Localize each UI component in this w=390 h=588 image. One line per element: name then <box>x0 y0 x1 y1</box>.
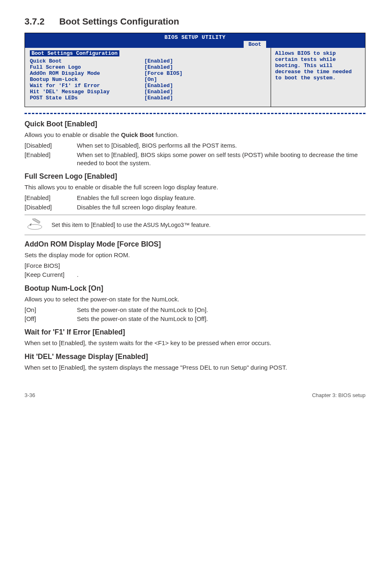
bios-label: POST State LEDs <box>30 95 144 101</box>
options-bootup-numlock: [On]Sets the power-on state of the NumLo… <box>25 306 365 323</box>
subheading-quick-boot: Quick Boot [Enabled] <box>25 120 365 128</box>
bios-settings-list: Boot Settings Configuration Quick Boot[E… <box>25 48 271 107</box>
bios-value: [Enabled] <box>144 64 173 70</box>
subheading-bootup-numlock: Bootup Num-Lock [On] <box>25 284 365 293</box>
bios-header: BIOS SETUP UTILITY Boot <box>25 33 365 48</box>
bios-help-text: Allows BIOS to skip certain tests while … <box>271 48 365 107</box>
svg-marker-2 <box>29 223 31 226</box>
option-key: [Disabled] <box>25 141 77 150</box>
options-full-screen-logo: [Enabled]Enables the full screen logo di… <box>25 194 365 211</box>
note-text: Set this item to [Enabled] to use the AS… <box>52 222 211 228</box>
page-number: 3-36 <box>25 392 35 398</box>
section-number: 3.7.2 <box>25 16 45 27</box>
bios-label: Bootup Num-Lock <box>30 76 144 83</box>
options-addon-rom: [Force BIOS] [Keep Current]. <box>25 262 365 279</box>
bios-row: Wait for 'F1' if Error[Enabled] <box>30 83 266 89</box>
bios-row: Quick Boot[Enabled] <box>30 58 266 64</box>
bios-row: POST State LEDs[Enabled] <box>30 95 266 101</box>
bios-tab-boot: Boot <box>244 41 266 48</box>
option-value: When set to [Enabled], BIOS skips some p… <box>77 151 365 168</box>
bios-value: [Enabled] <box>144 95 173 101</box>
page-footer: 3-36 Chapter 3: BIOS setup <box>25 392 365 398</box>
option-value: . <box>77 271 365 279</box>
options-quick-boot: [Disabled]When set to [Disabled], BIOS p… <box>25 141 365 167</box>
bios-row: Full Screen Logo[Enabled] <box>30 64 266 70</box>
bios-label: Hit 'DEL' Message Display <box>30 89 144 95</box>
option-value: Sets the power-on state of the NumLock t… <box>77 306 365 314</box>
option-key: [Off] <box>25 315 77 323</box>
option-value: Enables the full screen logo display fea… <box>77 194 365 202</box>
subheading-hit-del: Hit 'DEL' Message Display [Enabled] <box>25 352 365 361</box>
option-value <box>77 262 365 270</box>
bios-label: AddOn ROM Display Mode <box>30 70 144 76</box>
bios-row: AddOn ROM Display Mode[Force BIOS] <box>30 70 266 76</box>
desc-hit-del: When set to [Enabled], the system displa… <box>25 364 365 372</box>
bios-value: [Enabled] <box>144 58 173 64</box>
option-key: [On] <box>25 306 77 314</box>
pencil-icon <box>26 218 43 231</box>
option-value: When set to [Disabled], BIOS performs al… <box>77 141 365 150</box>
desc-wait-f1: When set to [Enabled], the system waits … <box>25 339 365 347</box>
subheading-full-screen-logo: Full Screen Logo [Enabled] <box>25 172 365 181</box>
svg-point-0 <box>28 224 42 229</box>
bios-panel-title: Boot Settings Configuration <box>30 50 119 56</box>
subheading-wait-f1: Wait for 'F1' If Error [Enabled] <box>25 328 365 337</box>
option-key: [Disabled] <box>25 203 77 211</box>
bios-header-title: BIOS SETUP UTILITY <box>25 34 365 40</box>
section-heading: 3.7.2Boot Settings Configuration <box>25 16 365 27</box>
bios-value: [Enabled] <box>144 89 173 95</box>
bios-label: Quick Boot <box>30 58 144 64</box>
bios-row: Bootup Num-Lock[On] <box>30 76 266 83</box>
bios-label: Full Screen Logo <box>30 64 144 70</box>
bios-value: [Force BIOS] <box>144 70 183 76</box>
bios-value: [On] <box>144 76 157 83</box>
divider <box>25 113 365 114</box>
option-key: [Keep Current] <box>25 271 77 279</box>
subheading-addon-rom: AddOn ROM Display Mode [Force BIOS] <box>25 240 365 249</box>
bios-label: Wait for 'F1' if Error <box>30 83 144 89</box>
option-key: [Force BIOS] <box>25 262 77 270</box>
bios-value: [Enabled] <box>144 83 173 89</box>
desc-full-screen-logo: This allows you to enable or disable the… <box>25 183 365 191</box>
desc-quick-boot: Allows you to enable or disable the Quic… <box>25 131 365 139</box>
chapter-label: Chapter 3: BIOS setup <box>312 392 365 398</box>
option-key: [Enabled] <box>25 194 77 202</box>
svg-rect-1 <box>32 218 40 224</box>
section-title-text: Boot Settings Configuration <box>59 16 179 27</box>
note-box: Set this item to [Enabled] to use the AS… <box>25 215 365 235</box>
option-value: Disables the full screen logo display fe… <box>77 203 365 211</box>
bios-row: Hit 'DEL' Message Display[Enabled] <box>30 89 266 95</box>
option-value: Sets the power-on state of the NumLock t… <box>77 315 365 323</box>
desc-addon-rom: Sets the display mode for option ROM. <box>25 251 365 259</box>
desc-bootup-numlock: Allows you to select the power-on state … <box>25 295 365 303</box>
option-key: [Enabled] <box>25 151 77 168</box>
bios-panel: BIOS SETUP UTILITY Boot Boot Settings Co… <box>25 33 365 107</box>
